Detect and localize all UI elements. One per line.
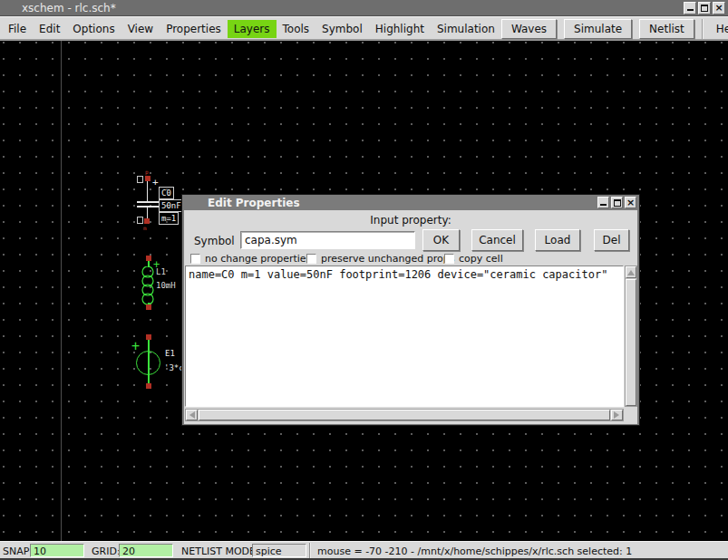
waves-button[interactable]: Waves <box>501 19 557 39</box>
menu-properties[interactable]: Properties <box>160 20 228 38</box>
pin-label-top: p <box>145 169 149 175</box>
capacitor-value-label[interactable]: 50nF <box>159 199 184 212</box>
source-name-label[interactable]: E1 <box>165 349 175 358</box>
maximize-icon[interactable] <box>698 2 711 14</box>
checkbox-no-change[interactable]: no change properties <box>190 252 311 265</box>
scrollbar-thumb[interactable] <box>626 279 636 406</box>
scroll-right-icon[interactable] <box>611 410 623 420</box>
pin-icon <box>146 383 151 389</box>
checkbox-icon[interactable] <box>444 254 454 264</box>
mouse-status-text: mouse = -70 -210 - /mnt/x/home/schippes/… <box>317 546 632 557</box>
load-button[interactable]: Load <box>535 229 580 251</box>
menubar-right: Waves Simulate Netlist Help <box>501 19 728 39</box>
menu-highlight[interactable]: Highlight <box>369 20 431 38</box>
simulate-button[interactable]: Simulate <box>564 19 632 39</box>
pin-icon <box>145 176 150 181</box>
menu-file[interactable]: File <box>2 20 33 38</box>
maximize-icon[interactable] <box>611 197 623 208</box>
property-textarea[interactable]: name=C0 m=1 value=50nF footprint=1206 de… <box>185 266 624 407</box>
menu-edit[interactable]: Edit <box>33 20 66 38</box>
axis-line <box>61 41 62 541</box>
capacitor-plate-top <box>137 201 159 203</box>
scroll-left-icon[interactable] <box>186 410 198 420</box>
grid-label: GRID: <box>92 546 121 557</box>
polarity-plus: + <box>152 177 159 188</box>
vertical-scrollbar[interactable] <box>625 266 637 407</box>
symbol-input[interactable]: capa.sym <box>240 231 415 249</box>
checkbox-copy-cell[interactable]: copy cell <box>444 252 503 265</box>
netlist-button[interactable]: Netlist <box>639 19 694 39</box>
netlist-mode-label: NETLIST MODE: <box>181 546 259 557</box>
close-icon[interactable]: × <box>625 197 636 208</box>
window-title: xschem - rlc.sch* <box>22 2 116 14</box>
dialog-titlebar[interactable]: Edit Properties × <box>184 195 637 210</box>
minimize-icon[interactable] <box>597 197 609 208</box>
checkbox-preserve[interactable]: preserve unchanged props <box>306 252 454 265</box>
symbol-label: Symbol <box>194 235 235 247</box>
capacitor-wire-top <box>147 181 148 201</box>
pin-label-bottom: m <box>143 225 147 231</box>
menu-options[interactable]: Options <box>66 20 121 38</box>
netlist-mode-input[interactable]: spice <box>252 544 306 557</box>
checkbox-icon[interactable] <box>190 254 200 264</box>
xschem-window: xschem - rlc.sch* × File Edit Options Vi… <box>0 0 728 560</box>
scrollbar-thumb[interactable] <box>199 410 610 420</box>
dialog-content: Input property: Symbol capa.sym OK Cance… <box>184 210 637 424</box>
status-divider <box>309 543 310 558</box>
input-property-label: Input property: <box>184 214 637 227</box>
polarity-plus: + <box>131 338 140 354</box>
scroll-up-icon[interactable] <box>626 266 636 278</box>
inductor-coil-icon <box>141 266 155 306</box>
capacitor-mult-label[interactable]: m=1 <box>159 212 179 225</box>
snap-label: SNAP: <box>3 546 33 557</box>
window-controls: × <box>684 2 725 14</box>
menu-view[interactable]: View <box>121 20 160 38</box>
menu-help[interactable]: Help <box>710 20 728 38</box>
menu-tools[interactable]: Tools <box>277 20 316 38</box>
checkbox-label: copy cell <box>459 253 503 265</box>
close-icon[interactable]: × <box>713 2 725 14</box>
menubar: File Edit Options View Properties Layers… <box>0 16 728 41</box>
checkbox-icon[interactable] <box>306 254 316 264</box>
horizontal-scrollbar[interactable] <box>185 409 624 421</box>
pin-name-box <box>137 176 143 183</box>
checkbox-label: no change properties <box>205 253 311 265</box>
source-circle-icon <box>136 351 160 375</box>
checkbox-label: preserve unchanged props <box>321 253 454 265</box>
cancel-button[interactable]: Cancel <box>471 229 523 251</box>
capacitor-plate-bottom <box>137 206 159 208</box>
inductor-name-label[interactable]: L1 <box>156 267 166 276</box>
pin-icon <box>144 218 150 224</box>
menu-simulation[interactable]: Simulation <box>431 20 501 38</box>
grid-input[interactable]: 20 <box>119 544 173 557</box>
pin-name-box <box>137 217 143 224</box>
del-button[interactable]: Del <box>594 229 629 251</box>
menu-divider <box>702 19 703 39</box>
inductor-value-label[interactable]: 10mH <box>156 281 176 290</box>
minimize-icon[interactable] <box>684 2 696 14</box>
menu-symbol[interactable]: Symbol <box>315 20 369 38</box>
capacitor-name-label[interactable]: C0 <box>159 187 174 199</box>
pin-icon <box>146 304 151 310</box>
dialog-controls: × <box>597 197 636 208</box>
snap-input[interactable]: 10 <box>30 544 84 557</box>
ok-button[interactable]: OK <box>422 229 460 251</box>
statusbar: SNAP: 10 GRID: 20 NETLIST MODE: spice mo… <box>0 541 728 560</box>
window-titlebar[interactable]: xschem - rlc.sch* × <box>0 0 728 16</box>
edit-properties-dialog: Edit Properties × Input property: Symbol… <box>181 194 640 426</box>
dialog-title: Edit Properties <box>208 197 300 209</box>
menu-layers[interactable]: Layers <box>228 20 277 38</box>
